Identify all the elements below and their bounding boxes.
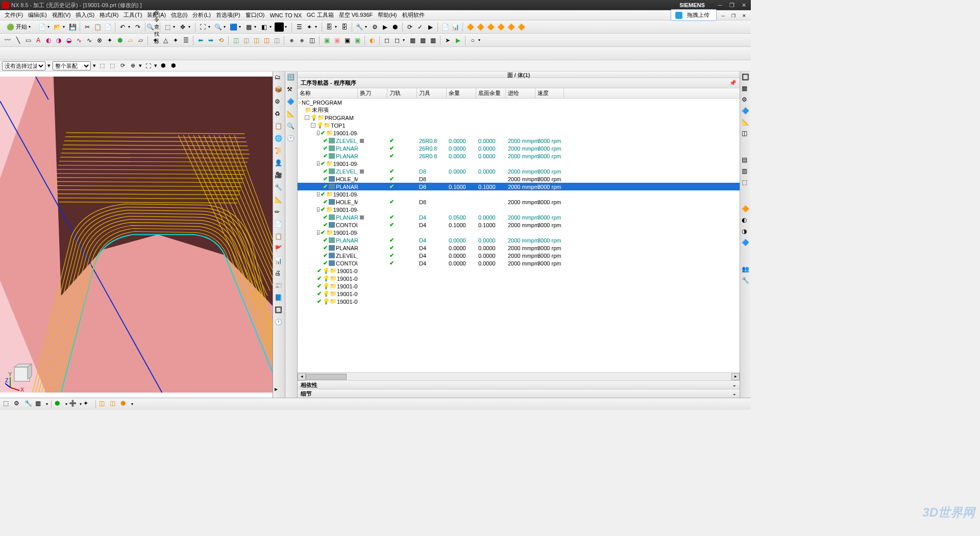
zoom-icon[interactable]: 🔍	[213, 22, 223, 32]
rb-misc-icon[interactable]: 🔲	[275, 306, 284, 315]
solid4-icon[interactable]: ▣	[353, 36, 362, 45]
sb-5-icon[interactable]: ⬢	[55, 400, 64, 409]
tree-row[interactable]: ✔💡📁 19001-09-09	[298, 290, 740, 298]
tree-row[interactable]: -💡📁 PROGRAM	[298, 114, 740, 121]
f5-icon[interactable]: ⛶	[144, 62, 152, 70]
solid3-icon[interactable]: ▣	[342, 36, 352, 45]
cut-icon[interactable]: ✂	[83, 22, 92, 32]
csys-icon[interactable]: ✦	[171, 36, 180, 45]
op5-icon[interactable]: 🔶	[506, 22, 516, 32]
sb-10-icon[interactable]: ⬢	[120, 400, 130, 409]
rb-measure-icon[interactable]: 📐	[275, 196, 284, 205]
snap1-icon[interactable]: ◻	[382, 36, 391, 45]
tree-row[interactable]: ✔CONTOUR_AREA✔D40.10000.10002000 mmpm300…	[298, 221, 740, 229]
tree-row[interactable]: -✔📁 19001-09-05	[298, 229, 740, 236]
rs-15-icon[interactable]: 🔧	[742, 277, 750, 285]
rb-paste-icon[interactable]: 📋	[275, 123, 284, 132]
viewport-tab[interactable]: 面 / 体(1)	[298, 71, 740, 78]
tree-body[interactable]: ▹ NC_PROGRAM📁 未用项-💡📁 PROGRAM-💡📁 TOP1-✔📁 …	[298, 99, 740, 372]
rb-hist-icon[interactable]: 📜	[275, 147, 284, 156]
tool-icon[interactable]: 🔧	[355, 22, 364, 32]
menu-starry[interactable]: 星空 V6.936F	[336, 10, 376, 20]
f7-icon[interactable]: ⬢	[169, 62, 178, 70]
tree-row[interactable]: -✔📁 19001-09-03	[298, 190, 740, 198]
rs-8-icon[interactable]: ▥	[742, 167, 750, 176]
sb-9-icon[interactable]: ◫	[110, 400, 119, 409]
rb-op-icon[interactable]: ⚙	[275, 98, 284, 107]
rs-4-icon[interactable]: 🔷	[742, 107, 750, 115]
pt1-icon[interactable]: ✦	[105, 36, 114, 45]
pt2-icon[interactable]: ⬢	[115, 36, 125, 45]
copy-icon[interactable]: 📋	[93, 22, 102, 32]
shaded-icon[interactable]: 🟦	[229, 22, 238, 32]
command-finder-icon[interactable]: 🔍命令查找器	[148, 22, 157, 32]
tree-row[interactable]: ✔ZLEVEL_PROF…✔D40.00000.00002000 mmpm300…	[298, 252, 740, 259]
rs-5-icon[interactable]: 📐	[742, 118, 750, 127]
open-icon[interactable]: 📂	[53, 22, 62, 32]
sb-2-icon[interactable]: ⚙	[14, 400, 23, 409]
f4-icon[interactable]: ⊕	[129, 62, 137, 70]
rb-role-icon[interactable]: 👤	[275, 159, 284, 168]
rb-reuse-icon[interactable]: ♻	[275, 110, 284, 119]
col-speed[interactable]: 速度	[535, 88, 564, 98]
rb-book-icon[interactable]: 📘	[275, 294, 284, 303]
solid2-icon[interactable]: ▣	[332, 36, 341, 45]
mdi-close-button[interactable]: ✕	[740, 12, 749, 19]
nav1-icon[interactable]: ☰	[181, 36, 190, 45]
simulate-icon[interactable]: ▶	[426, 22, 435, 32]
rb-clock-icon[interactable]: 🕐	[275, 319, 284, 328]
sb-3-icon[interactable]: 🔧	[24, 400, 34, 409]
prev-icon[interactable]: ⬅	[196, 36, 205, 45]
menu-info[interactable]: 信息(I)	[168, 10, 190, 20]
rb-tool-icon[interactable]: 🔧	[275, 184, 284, 193]
start-button[interactable]: 🟢开始▾	[3, 22, 36, 32]
tree-row[interactable]: -💡📁 TOP1	[298, 121, 740, 129]
col-toolchange[interactable]: 换刀	[358, 88, 387, 98]
method-icon[interactable]: ⚙	[370, 22, 379, 32]
op4-icon[interactable]: 🔶	[496, 22, 505, 32]
scroll-right-icon[interactable]: ▸	[731, 373, 740, 380]
tree-row[interactable]: ▹ NC_PROGRAM	[298, 99, 740, 106]
tree-row[interactable]: ✔💡📁 19001-09-07	[298, 275, 740, 282]
f3-icon[interactable]: ⟳	[118, 62, 127, 70]
menu-format[interactable]: 格式(R)	[97, 10, 121, 20]
axis-icon[interactable]: ✦	[151, 36, 160, 45]
sb-4-icon[interactable]: ▦	[35, 400, 44, 409]
tree-row[interactable]: ✔HOLE_MILLIN…✔D82000 mmpm3000 rpm	[298, 198, 740, 206]
ri-geom-icon[interactable]: 🔷	[287, 98, 296, 107]
grid2-icon[interactable]: ▦	[418, 36, 427, 45]
ri-clock-icon[interactable]: 🕐	[287, 135, 296, 144]
curve1-icon[interactable]: ◐	[44, 36, 53, 45]
curve3-icon[interactable]: ◒	[64, 36, 74, 45]
line-icon[interactable]: ╲	[13, 36, 22, 45]
curve6-icon[interactable]: ⊗	[95, 36, 104, 45]
rs-10-icon[interactable]: 🔶	[742, 205, 750, 213]
verify-icon[interactable]: ✓	[415, 22, 425, 32]
ri-machine-icon[interactable]: ⚒	[287, 86, 296, 95]
rs-11-icon[interactable]: ◐	[742, 216, 750, 225]
body4-icon[interactable]: ◫	[262, 36, 271, 45]
upload-button[interactable]: 拖拽上传	[671, 9, 717, 21]
tree-row[interactable]: ✔HOLE_MILLING✔D82000 mmpm3000 rpm	[298, 175, 740, 183]
spline-icon[interactable]: 〰	[3, 36, 12, 45]
generate-icon[interactable]: ⟳	[405, 22, 414, 32]
sect-icon[interactable]: ◐	[368, 36, 377, 45]
col-name[interactable]: 名称	[298, 88, 358, 98]
col-feed[interactable]: 进给	[506, 88, 535, 98]
tree-row[interactable]: ✔💡📁 19001-09-06	[298, 267, 740, 275]
rb-part-icon[interactable]: 📦	[275, 86, 284, 95]
col-floor[interactable]: 底面余量	[476, 88, 506, 98]
rect-icon[interactable]: ▭	[23, 36, 33, 45]
tree-row[interactable]: -✔📁 19001-09-02	[298, 160, 740, 167]
replay-icon[interactable]: ⟲	[216, 36, 226, 45]
undo-icon[interactable]: ↶	[118, 22, 127, 32]
rs-7-icon[interactable]: ▤	[742, 156, 750, 164]
rb-flag-icon[interactable]: 🚩	[275, 245, 284, 254]
sb-6-icon[interactable]: ➕	[69, 400, 78, 409]
run1-icon[interactable]: ➤	[443, 36, 452, 45]
post-icon[interactable]: 📄	[440, 22, 450, 32]
curve2-icon[interactable]: ◑	[54, 36, 63, 45]
op3-icon[interactable]: 🔶	[486, 22, 495, 32]
datum-icon[interactable]: △	[161, 36, 170, 45]
bool1-icon[interactable]: ⎈	[287, 36, 296, 45]
